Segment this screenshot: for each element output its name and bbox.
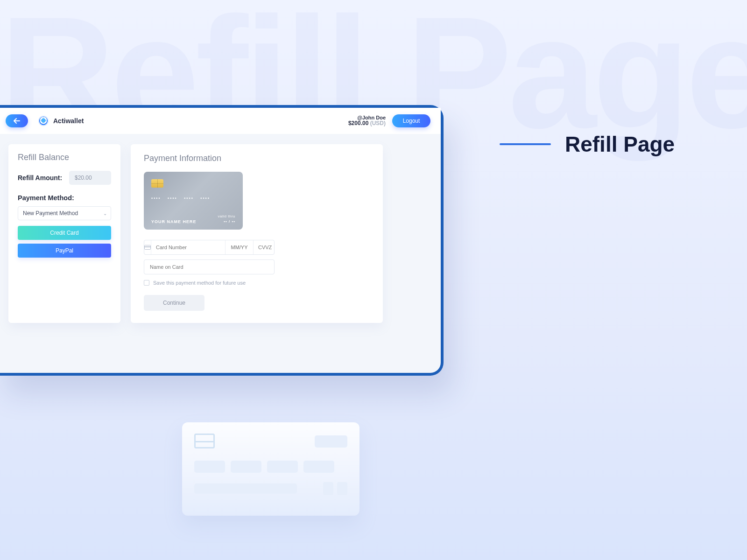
- card-valid-value: •• / ••: [218, 219, 235, 224]
- refill-amount-label: Refill Amount:: [18, 174, 62, 182]
- payment-method-select[interactable]: New Payment Method ⌄: [18, 206, 111, 220]
- chevron-down-icon: ⌄: [103, 211, 107, 216]
- accent-bar: [500, 143, 551, 145]
- credit-card-preview: •••• •••• •••• •••• YOUR NAME HERE valid…: [144, 172, 243, 230]
- card-number-row: [144, 240, 275, 255]
- ghost-block: [194, 483, 297, 494]
- balance-currency: (USD): [370, 120, 386, 126]
- device-frame: Actiwallet @John Doe $200.00 (USD) Logou…: [0, 105, 444, 376]
- ghost-block: [231, 461, 261, 473]
- balance-amount: $200.00: [348, 120, 368, 126]
- payment-card-title: Payment Information: [144, 154, 370, 163]
- card-expiry-input[interactable]: [225, 240, 253, 254]
- payment-info-card: Payment Information •••• •••• •••• •••• …: [131, 144, 383, 323]
- ghost-block: [323, 482, 333, 495]
- brand-logo-icon: [38, 116, 49, 126]
- topbar: Actiwallet @John Doe $200.00 (USD) Logou…: [0, 108, 441, 134]
- brand-name: Actiwallet: [53, 117, 84, 125]
- continue-button[interactable]: Continue: [144, 295, 204, 311]
- ghost-chip-icon: [194, 434, 215, 448]
- payment-method-select-value: New Payment Method: [23, 210, 78, 217]
- user-balance: $200.00 (USD): [348, 120, 386, 126]
- card-chip-icon: [151, 179, 163, 188]
- page-title: Refill Page: [565, 132, 675, 157]
- card-valid-label: valid thru: [218, 214, 235, 219]
- refill-card-title: Refill Balance: [18, 153, 111, 162]
- refill-amount-input[interactable]: [69, 171, 111, 185]
- card-name-placeholder: YOUR NAME HERE: [151, 219, 197, 224]
- refill-balance-card: Refill Balance Refill Amount: Payment Me…: [8, 144, 120, 323]
- logout-button[interactable]: Logout: [392, 114, 430, 127]
- page-title-wrap: Refill Page: [500, 132, 675, 157]
- back-button[interactable]: [6, 114, 28, 127]
- svg-rect-0: [145, 245, 151, 250]
- paypal-method-button[interactable]: PayPal: [18, 244, 111, 258]
- ghost-block: [315, 435, 347, 448]
- ghost-block: [194, 461, 225, 473]
- card-cvv-input[interactable]: [253, 240, 276, 254]
- ghost-block: [303, 461, 334, 473]
- credit-card-method-button[interactable]: Credit Card: [18, 226, 111, 240]
- payment-method-label: Payment Method:: [18, 194, 111, 202]
- ghost-block: [337, 482, 347, 495]
- user-info: @John Doe $200.00 (USD): [348, 115, 386, 126]
- ghost-block: [267, 461, 298, 473]
- ghost-card-decoration: [182, 422, 359, 516]
- svg-rect-1: [145, 246, 151, 247]
- card-number-mask: •••• •••• •••• ••••: [151, 196, 235, 201]
- name-on-card-input[interactable]: [144, 259, 275, 274]
- save-method-label: Save this payment method for future use: [153, 280, 246, 286]
- arrow-left-icon: [14, 118, 20, 124]
- credit-card-icon: [144, 240, 151, 254]
- card-number-input[interactable]: [151, 240, 225, 254]
- content-area: Refill Balance Refill Amount: Payment Me…: [0, 134, 441, 333]
- save-method-checkbox[interactable]: [144, 280, 149, 286]
